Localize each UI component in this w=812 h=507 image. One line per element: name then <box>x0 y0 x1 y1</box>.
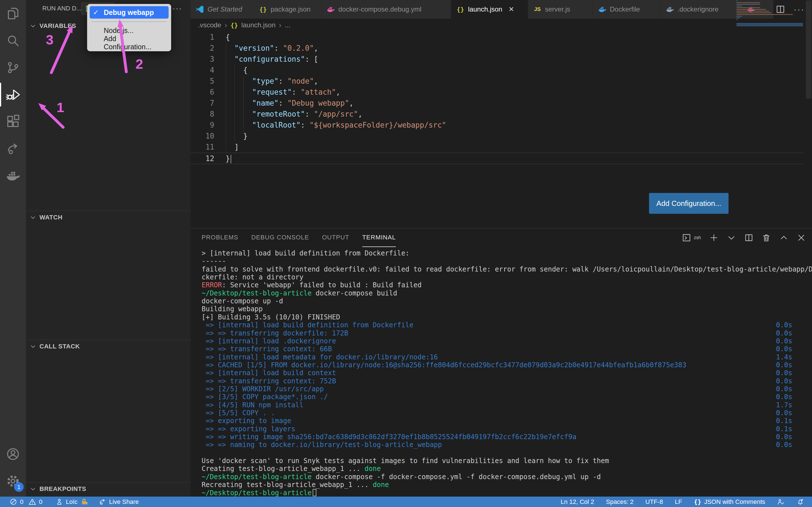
chevron-up-icon[interactable] <box>779 233 788 242</box>
activity-bar-item-account[interactable] <box>0 441 26 467</box>
editor-tab-.dockerignore[interactable]: .dockerignore <box>661 0 742 18</box>
add-configuration-button[interactable]: Add Configuration... <box>649 193 728 214</box>
code-line-8: 8 "remoteRoot": "/app/src", <box>191 109 804 120</box>
menu-item-add-configuration[interactable]: Add Configuration... <box>90 37 168 49</box>
activity-bar-item-run-and-debug[interactable] <box>0 81 26 108</box>
docker-pink-icon <box>326 5 335 13</box>
menu-item-label: Add Configuration... <box>104 35 165 51</box>
editor-tab-docker-compose.debug.yml[interactable]: docker-compose.debug.yml <box>321 0 451 18</box>
editor-tab-server.js[interactable]: JSserver.js <box>528 0 593 18</box>
editor-scrollbar[interactable] <box>806 1 811 99</box>
sidebar-title: RUN AND D... <box>42 5 82 12</box>
chevron-down-icon <box>30 486 36 492</box>
status-item-label: Loïc <box>66 498 78 506</box>
terminal-controls: zsh <box>682 228 806 247</box>
terminal-shell-select[interactable]: zsh <box>682 233 701 242</box>
terminal-line: => [2/5] WORKDIR /usr/src/app <box>202 385 324 393</box>
status-item-eol[interactable]: LF <box>675 498 682 506</box>
build-step-duration: 1.4s <box>776 353 792 361</box>
code-line-7: 7 "name": "Debug webapp", <box>191 98 804 109</box>
run-and-debug-sidebar: RUN AND D... ··· VARIABLESWATCHCALL STAC… <box>26 0 191 497</box>
breadcrumb-separator: › <box>279 21 282 30</box>
build-step-duration: 0.1s <box>776 417 792 425</box>
status-item-feedback[interactable] <box>777 498 784 506</box>
activity-bar-item-search[interactable] <box>0 27 26 54</box>
build-step-duration: 0.0s <box>776 377 792 385</box>
terminal-line: ~/Desktop/test-blog-article <box>202 489 316 497</box>
terminal-output[interactable]: > [internal] load build definition from … <box>202 249 805 494</box>
terminal-line: [+] Building 3.5s (10/10) FINISHED <box>202 313 340 321</box>
line-content: ] <box>225 142 239 153</box>
status-item-indentation[interactable]: Spaces: 2 <box>606 498 633 506</box>
status-item-language-mode[interactable]: {}JSON with Comments <box>694 498 765 506</box>
braces-yellow-icon: {} <box>259 5 267 13</box>
activity-bar-item-live-share[interactable] <box>0 135 26 162</box>
terminal-line: => [3/5] COPY package*.json ./ <box>202 393 328 401</box>
split-terminal-icon[interactable] <box>744 233 753 242</box>
explorer-icon <box>6 6 20 21</box>
breadcrumb-item[interactable]: .vscode <box>198 21 221 29</box>
settings-badge: 1 <box>14 482 24 492</box>
build-step-duration: 1.7s <box>776 401 792 409</box>
terminal-line: => [internal] load build definition from… <box>202 321 413 329</box>
section-header-breakpoints[interactable]: BREAKPOINTS <box>26 483 191 495</box>
build-step-duration: 0.0s <box>776 321 792 329</box>
activity-bar-item-extensions[interactable] <box>0 108 26 135</box>
terminal-line: => => transferring context: 66B <box>202 345 332 353</box>
status-item-notifications[interactable] <box>797 498 804 506</box>
editor-tab-launch.json[interactable]: {}launch.json✕ <box>451 0 528 18</box>
status-item-label: UTF-8 <box>645 498 663 506</box>
breadcrumb-item[interactable]: launch.json <box>241 21 275 29</box>
bottom-panel: PROBLEMSDEBUG CONSOLEOUTPUTTERMINAL zsh … <box>191 228 812 497</box>
breadcrumb[interactable]: .vscode›{}launch.json›... <box>191 18 812 32</box>
tab-close-icon[interactable]: ✕ <box>508 5 514 13</box>
account-icon <box>6 447 20 461</box>
activity-bar: 1 <box>0 0 26 497</box>
section-header-watch[interactable]: WATCH <box>26 211 191 224</box>
chevron-down-icon[interactable] <box>727 233 736 242</box>
terminal-line: => => transferring dockerfile: 172B <box>202 329 348 337</box>
activity-bar-item-settings-gear[interactable]: 1 <box>0 467 26 495</box>
menu-item-label: Node.js... <box>104 26 134 35</box>
code-line-6: 6 "request": "attach", <box>191 87 804 98</box>
activity-bar-item-source-control[interactable] <box>0 54 26 81</box>
editor-tab-Dockerfile[interactable]: Dockerfile <box>593 0 661 18</box>
status-item-cursor-position[interactable]: Ln 12, Col 2 <box>561 498 594 506</box>
terminal-line: => [5/5] COPY . . <box>202 409 275 417</box>
terminal-line: Creating test-blog-article_webapp_1 ... … <box>202 465 381 473</box>
plus-icon[interactable] <box>709 233 718 242</box>
line-number: 5 <box>191 76 214 87</box>
panel-tab-problems[interactable]: PROBLEMS <box>202 228 238 247</box>
activity-bar-item-docker[interactable] <box>0 162 26 189</box>
section-header-call-stack[interactable]: CALL STACK <box>26 340 191 353</box>
line-content: } <box>225 153 231 164</box>
status-item-user[interactable]: Loïc <box>56 498 88 506</box>
braces-yellow-icon: {} <box>456 5 465 13</box>
status-item-problems[interactable]: 00 <box>10 498 45 506</box>
line-number: 6 <box>191 87 214 98</box>
views-more-actions-button[interactable]: ··· <box>172 0 182 17</box>
code-line-9: 9 "localRoot": "${workspaceFolder}/webap… <box>191 120 804 131</box>
close-icon[interactable] <box>797 233 806 242</box>
breadcrumb-item[interactable]: ... <box>285 21 290 29</box>
person-icon <box>56 498 63 506</box>
extensions-icon <box>6 114 20 129</box>
trash-icon[interactable] <box>762 233 771 242</box>
panel-tab-output[interactable]: OUTPUT <box>322 228 349 247</box>
panel-tab-terminal[interactable]: TERMINAL <box>362 228 396 247</box>
status-bar-right: Ln 12, Col 2Spaces: 2UTF-8LF{}JSON with … <box>561 498 812 506</box>
minimap[interactable] <box>737 1 803 51</box>
status-item-live-share[interactable]: Live Share <box>99 498 139 506</box>
editor-tab-Get Started[interactable]: Get Started <box>191 0 254 18</box>
menu-item-debug-webapp[interactable]: ✓Debug webapp <box>90 6 168 18</box>
status-item-encoding[interactable]: UTF-8 <box>645 498 663 506</box>
editor-group: Get Started{}package.jsondocker-compose.… <box>191 0 812 228</box>
terminal-line: ERROR: Service 'webapp' failed to build … <box>202 281 421 289</box>
activity-bar-item-explorer[interactable] <box>0 0 26 27</box>
line-number: 10 <box>191 131 214 142</box>
editor-tab-package.json[interactable]: {}package.json <box>254 0 321 18</box>
panel-tab-debug-console[interactable]: DEBUG CONSOLE <box>251 228 309 247</box>
tab-label: Get Started <box>207 5 242 13</box>
build-step-duration: 0.0s <box>776 329 792 337</box>
source-control-icon <box>6 60 20 75</box>
